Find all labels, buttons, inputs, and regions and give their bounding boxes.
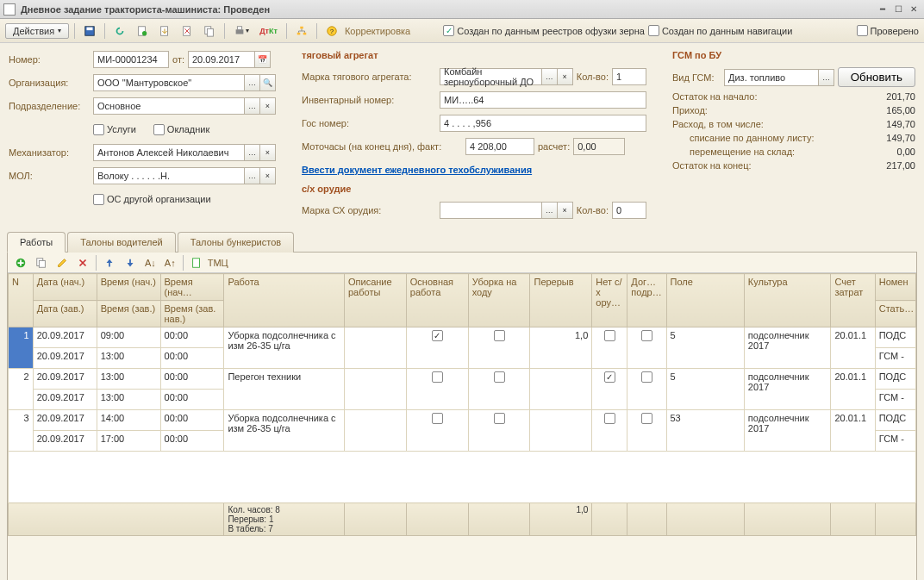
col-time-end[interactable]: Время (зав.) [97, 301, 160, 327]
writeoff-value: 149,70 [886, 133, 915, 143]
structure-icon[interactable] [292, 22, 311, 40]
col-navtime-start[interactable]: Время (нач… [160, 274, 224, 301]
date-field[interactable]: 20.09.2017 [188, 51, 255, 68]
brand-field[interactable]: Комбайн зерноуборочный ДО [440, 68, 542, 85]
checked-checkbox[interactable]: Проверено [857, 25, 919, 36]
actions-dropdown[interactable]: Действия ▾ [5, 23, 69, 39]
table-row[interactable]: 3 20.09.201714:0000:00 Уборка подсолнечн… [9, 410, 916, 431]
dt-kt-icon[interactable]: ДтКт [256, 22, 281, 40]
created-by-navigation-checkbox[interactable]: Создан по данным навигации [648, 25, 792, 36]
col-break[interactable]: Перерыв [530, 274, 592, 327]
close-button[interactable]: ✕ [907, 3, 921, 16]
svg-rect-10 [300, 26, 303, 28]
sx-brand-clear-icon[interactable]: × [558, 202, 573, 219]
correction-link[interactable]: Корректировка [345, 26, 410, 36]
add-row-icon[interactable] [11, 255, 30, 271]
titlebar: Дневное задание тракториста-машиниста: П… [0, 0, 924, 19]
org-field[interactable]: ООО "Мантуровское" [93, 74, 245, 91]
post-icon[interactable] [155, 22, 174, 40]
mol-select-icon[interactable]: … [245, 167, 260, 184]
tmc-label[interactable]: ТМЦ [208, 258, 228, 268]
tab-bunker-coupons[interactable]: Талоны бункеристов [178, 232, 294, 253]
moto-field[interactable]: 4 208,00 [465, 138, 534, 155]
copy-icon[interactable] [200, 22, 219, 40]
print-icon[interactable]: ▾ [230, 22, 253, 40]
gos-label: Гос номер: [302, 118, 440, 128]
refresh-icon[interactable] [110, 22, 129, 40]
col-date-start[interactable]: Дата (нач.) [33, 274, 97, 301]
col-time-start[interactable]: Время (нач.) [97, 274, 160, 301]
calc-field: 0,00 [573, 138, 625, 155]
col-harvest[interactable]: Уборка на ходу [468, 274, 530, 327]
col-nosx[interactable]: Нет с/х ору… [592, 274, 627, 327]
col-field[interactable]: Поле [666, 274, 744, 327]
grid-scroll[interactable]: N Дата (нач.) Время (нач.) Время (нач… Р… [8, 273, 916, 580]
col-navtime-end[interactable]: Время (зав. нав.) [160, 301, 224, 327]
mechanic-field[interactable]: Антонов Алексей Николаевич [93, 144, 245, 161]
delete-row-icon[interactable] [73, 255, 92, 271]
col-main[interactable]: Основная работа [406, 274, 468, 327]
balance-start-label: Остаток на начало: [672, 91, 758, 102]
balance-start-value: 201,70 [886, 91, 915, 102]
col-culture[interactable]: Культура [744, 274, 831, 327]
move-up-icon[interactable] [100, 255, 119, 271]
gsm-type-select-icon[interactable]: … [819, 69, 834, 86]
col-acc[interactable]: Счет затрат [831, 274, 875, 327]
sx-brand-field[interactable] [440, 202, 542, 219]
brand-select-icon[interactable]: … [542, 68, 558, 85]
move-down-icon[interactable] [121, 255, 140, 271]
minimize-button[interactable]: ━ [876, 3, 890, 16]
okladnik-checkbox[interactable]: Окладник [153, 124, 209, 135]
sort-desc-icon[interactable]: A↑ [161, 255, 179, 271]
mechanic-select-icon[interactable]: … [245, 144, 260, 161]
maximize-button[interactable]: ☐ [891, 3, 905, 16]
dept-clear-icon[interactable]: × [260, 97, 276, 115]
unpost-icon[interactable] [178, 22, 197, 40]
sx-qty-field[interactable]: 0 [612, 202, 646, 219]
col-work[interactable]: Работа [224, 274, 345, 327]
mechanic-clear-icon[interactable]: × [260, 144, 276, 161]
qty-field[interactable]: 1 [612, 68, 646, 85]
inv-label: Инвентарный номер: [302, 95, 440, 105]
gsm-type-field[interactable]: Диз. топливо [724, 69, 819, 86]
calendar-icon[interactable]: 📅 [255, 51, 271, 68]
org-select-icon[interactable]: … [245, 74, 260, 91]
sx-brand-label: Марка СХ орудия: [302, 205, 440, 215]
copy-row-icon[interactable] [32, 255, 51, 271]
col-desc[interactable]: Описание работы [344, 274, 406, 327]
tab-works[interactable]: Работы [7, 232, 66, 253]
other-org-checkbox[interactable]: ОС другой организации [93, 194, 211, 205]
col-art[interactable]: Стать… [875, 301, 915, 327]
col-nom[interactable]: Номен [875, 274, 915, 301]
sort-asc-icon[interactable]: A↓ [141, 255, 159, 271]
dept-field[interactable]: Основное [93, 97, 245, 115]
new-doc-icon[interactable] [133, 22, 152, 40]
dept-select-icon[interactable]: … [245, 97, 260, 115]
number-label: Номер: [9, 54, 93, 65]
table-row[interactable]: 2 20.09.201713:0000:00 Перегон техники 5… [9, 369, 916, 390]
number-field[interactable]: МИ-00001234 [93, 51, 169, 68]
tmc-icon[interactable] [187, 255, 206, 271]
tab-driver-coupons[interactable]: Талоны водителей [67, 232, 176, 253]
grid-toolbar: A↓ A↑ ТМЦ [8, 253, 916, 273]
sx-brand-select-icon[interactable]: … [542, 202, 558, 219]
sx-header: с/х орудие [302, 184, 646, 194]
gos-field[interactable]: 4 . . . . ,956 [440, 115, 646, 132]
inv-field[interactable]: МИ…..64 [440, 91, 646, 109]
refresh-button[interactable]: Обновить [838, 67, 915, 87]
maintenance-link[interactable]: Ввести документ ежедневного техобслужива… [302, 165, 532, 175]
save-icon[interactable] [80, 22, 99, 40]
col-dog[interactable]: Дог… подр… [627, 274, 666, 327]
org-open-icon[interactable]: 🔍 [260, 74, 276, 91]
col-date-end[interactable]: Дата (зав.) [33, 301, 97, 327]
mol-clear-icon[interactable]: × [260, 167, 276, 184]
brand-clear-icon[interactable]: × [558, 68, 573, 85]
created-by-registry-checkbox[interactable]: ✓Создан по данным реестров офузки зерна [443, 25, 645, 36]
col-n[interactable]: N [9, 274, 34, 327]
services-checkbox[interactable]: Услуги [93, 124, 136, 135]
table-row[interactable]: 1 20.09.201709:0000:00 Уборка подсолнечн… [9, 327, 916, 348]
edit-row-icon[interactable] [53, 255, 72, 271]
mol-label: МОЛ: [9, 171, 93, 181]
mol-field[interactable]: Волоку . . . . . .Н. [93, 167, 245, 184]
help-icon[interactable]: ? [322, 22, 341, 40]
